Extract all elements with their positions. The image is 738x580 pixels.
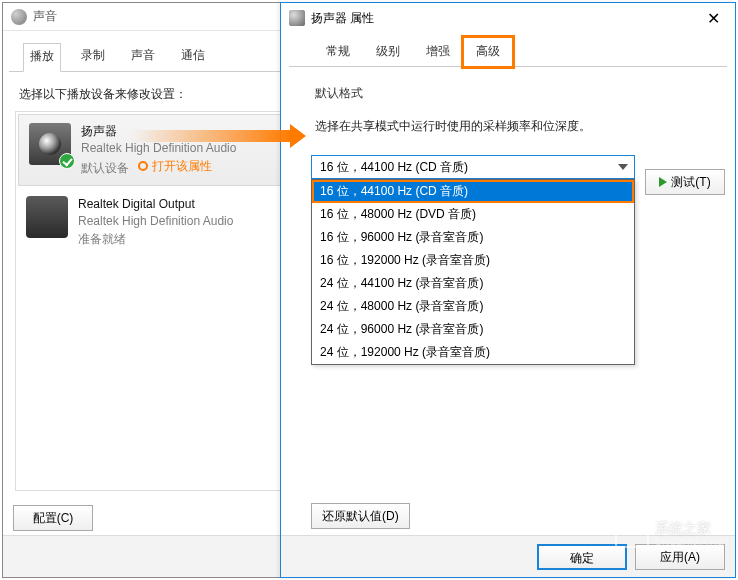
digital-out-icon — [26, 196, 68, 238]
speaker-small-icon — [289, 10, 305, 26]
tab-advanced[interactable]: 高级 — [463, 37, 513, 67]
test-button[interactable]: 测试(T) — [645, 169, 725, 195]
speaker-properties-window: 扬声器 属性 ✕ 常规 级别 增强 高级 默认格式 选择在共享模式中运行时使用的… — [280, 2, 736, 578]
tab-sounds[interactable]: 声音 — [125, 43, 161, 71]
format-combobox[interactable]: 16 位，44100 Hz (CD 音质) — [311, 155, 635, 179]
play-icon — [659, 177, 667, 187]
configure-button[interactable]: 配置(C) — [13, 505, 93, 531]
format-dropdown: 16 位，44100 Hz (CD 音质) 16 位，48000 Hz (DVD… — [311, 179, 635, 365]
device-sub: Realtek High Definition Audio — [81, 140, 236, 157]
format-option[interactable]: 24 位，48000 Hz (录音室音质) — [312, 295, 634, 318]
chevron-down-icon — [618, 164, 628, 170]
device-name: Realtek Digital Output — [78, 196, 233, 213]
format-option[interactable]: 24 位，44100 Hz (录音室音质) — [312, 272, 634, 295]
ok-button[interactable]: 确定 — [537, 544, 627, 570]
default-check-icon — [59, 153, 75, 169]
watermark-domain: ONGZHIJIA.NET — [655, 537, 730, 547]
watermark: 系统之家 ONGZHIJIA.NET — [615, 520, 730, 548]
device-status: 默认设备 — [81, 160, 129, 174]
props-tabs: 常规 级别 增强 高级 — [289, 33, 727, 67]
format-option[interactable]: 16 位，44100 Hz (CD 音质) — [312, 180, 634, 203]
format-option[interactable]: 24 位，192000 Hz (录音室音质) — [312, 341, 634, 364]
format-option[interactable]: 16 位，192000 Hz (录音室音质) — [312, 249, 634, 272]
tab-levels[interactable]: 级别 — [363, 37, 413, 66]
watermark-name: 系统之家 — [655, 521, 730, 536]
tab-enhance[interactable]: 增强 — [413, 37, 463, 66]
annotation-dot-icon — [138, 161, 148, 171]
tab-comm[interactable]: 通信 — [175, 43, 211, 71]
format-option[interactable]: 16 位，96000 Hz (录音室音质) — [312, 226, 634, 249]
format-option[interactable]: 24 位，96000 Hz (录音室音质) — [312, 318, 634, 341]
device-sub: Realtek High Definition Audio — [78, 213, 233, 230]
speaker-icon — [29, 123, 71, 165]
props-titlebar: 扬声器 属性 ✕ — [281, 3, 735, 33]
close-button[interactable]: ✕ — [691, 3, 735, 33]
sound-title: 声音 — [33, 8, 57, 25]
device-status: 准备就绪 — [78, 231, 233, 248]
format-option[interactable]: 16 位，48000 Hz (DVD 音质) — [312, 203, 634, 226]
tab-recording[interactable]: 录制 — [75, 43, 111, 71]
sound-icon — [11, 9, 27, 25]
default-format-label: 默认格式 — [315, 85, 735, 102]
restore-defaults-button[interactable]: 还原默认值(D) — [311, 503, 410, 529]
format-value: 16 位，44100 Hz (CD 音质) — [320, 159, 468, 176]
tab-general[interactable]: 常规 — [313, 37, 363, 66]
props-title: 扬声器 属性 — [311, 10, 691, 27]
default-format-desc: 选择在共享模式中运行时使用的采样频率和位深度。 — [315, 118, 735, 135]
tab-playback[interactable]: 播放 — [23, 43, 61, 72]
annotation-arrow-icon — [132, 130, 292, 142]
watermark-logo-icon — [615, 520, 649, 548]
annotation-open-props: 打开该属性 — [138, 158, 212, 175]
